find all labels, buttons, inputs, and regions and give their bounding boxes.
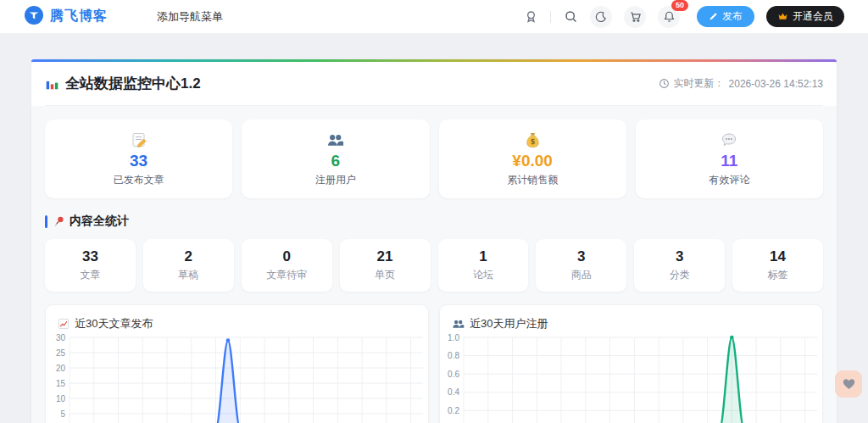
stat-card-valid-comments: 11 有效评论 — [636, 120, 823, 198]
brand-name: 腾飞博客 — [50, 8, 108, 25]
articles-line-chart: 051015202530 — [46, 331, 430, 423]
stat-cards-row: 33 已发布文章 6 注册用户 $ ¥0.00 累计销售额 — [45, 120, 823, 198]
mini-value: 0 — [282, 248, 290, 265]
mini-value: 14 — [770, 248, 786, 265]
navbar-actions: 50 发布 开通会员 — [523, 6, 844, 28]
mini-stat-products: 3商品 — [536, 239, 626, 292]
vip-button[interactable]: 开通会员 — [766, 6, 844, 27]
stat-label: 已发布文章 — [114, 173, 164, 187]
crown-icon — [777, 11, 788, 22]
pencil-icon — [709, 12, 718, 21]
chart-card-users-30d: 近30天用户注册 00.20.40.60.81.0 — [439, 304, 823, 423]
update-time: 2026-03-26 14:52:13 — [729, 78, 823, 90]
svg-text:0.2: 0.2 — [448, 406, 459, 415]
top-navbar: 腾飞博客 添加导航菜单 50 发布 开通会员 — [0, 0, 868, 34]
mini-stat-drafts: 2草稿 — [143, 239, 234, 292]
mini-stats-row: 33文章 2草稿 0文章待审 21单页 1论坛 3商品 3分类 14标签 — [45, 239, 823, 292]
realtime-update: 实时更新： 2026-03-26 14:52:13 — [659, 76, 823, 91]
users-line-chart: 00.20.40.60.81.0 — [440, 331, 824, 423]
panel-header: 全站数据监控中心1.2 实时更新： 2026-03-26 14:52:13 — [45, 62, 823, 106]
dashboard-panel: 全站数据监控中心1.2 实时更新： 2026-03-26 14:52:13 33… — [31, 59, 837, 423]
bar-chart-icon — [45, 76, 59, 91]
svg-text:0.8: 0.8 — [448, 351, 459, 360]
stat-card-total-sales: $ ¥0.00 累计销售额 — [439, 120, 626, 198]
mini-value: 33 — [82, 248, 98, 265]
stat-label: 累计销售额 — [507, 173, 558, 187]
chart-card-articles-30d: 近30天文章发布 051015202530 — [45, 304, 429, 423]
trend-up-icon — [58, 318, 70, 330]
mini-label: 标签 — [768, 268, 788, 282]
stat-value: 11 — [721, 153, 737, 170]
mini-value: 3 — [577, 248, 585, 265]
bell-icon — [663, 10, 676, 23]
mini-label: 商品 — [571, 268, 592, 282]
cart-icon — [629, 10, 642, 23]
notifications-button[interactable]: 50 — [658, 6, 680, 28]
nav-menu-item[interactable]: 添加导航菜单 — [157, 9, 223, 25]
moon-icon — [595, 11, 607, 23]
mini-stat-categories: 3分类 — [634, 239, 725, 292]
mini-label: 文章待审 — [266, 268, 307, 282]
heart-icon — [843, 378, 855, 390]
svg-text:0.4: 0.4 — [448, 387, 459, 397]
panel-body: 33 已发布文章 6 注册用户 $ ¥0.00 累计销售额 — [31, 106, 837, 423]
moneybag-icon: $ — [525, 131, 541, 149]
stat-label: 有效评论 — [709, 173, 749, 187]
publish-button[interactable]: 发布 — [697, 6, 754, 27]
clock-icon — [659, 78, 670, 89]
mini-label: 分类 — [670, 268, 690, 282]
favorite-button[interactable] — [835, 370, 862, 398]
nav-divider — [550, 11, 551, 23]
stat-card-registered-users: 6 注册用户 — [242, 120, 429, 198]
mini-stat-pages: 21单页 — [340, 239, 431, 292]
svg-text:5: 5 — [60, 409, 65, 419]
svg-text:1.0: 1.0 — [448, 333, 459, 342]
svg-text:30: 30 — [56, 333, 66, 342]
comment-icon — [721, 131, 737, 149]
mini-label: 草稿 — [178, 268, 198, 282]
medal-icon[interactable] — [523, 9, 538, 25]
section-title: 内容全统计 — [53, 214, 129, 229]
mini-value: 21 — [377, 248, 393, 265]
search-icon[interactable] — [563, 9, 578, 25]
mini-stat-forum: 1论坛 — [438, 239, 529, 292]
update-label: 实时更新： — [674, 76, 725, 91]
svg-text:0.6: 0.6 — [448, 370, 459, 379]
notification-badge: 50 — [671, 0, 688, 11]
pushpin-icon — [53, 215, 65, 227]
mini-value: 1 — [479, 248, 487, 265]
svg-text:$: $ — [530, 137, 535, 145]
stat-label: 注册用户 — [315, 173, 356, 187]
mini-stat-pending-review: 0文章待审 — [242, 239, 332, 292]
stat-value: 6 — [331, 153, 341, 170]
mini-stat-tags: 14标签 — [732, 239, 823, 292]
brand-logo[interactable]: 腾飞博客 — [24, 5, 108, 29]
page-title: 全站数据监控中心1.2 — [45, 74, 201, 93]
mini-label: 论坛 — [473, 268, 493, 282]
users-icon — [326, 131, 344, 149]
logo-icon — [24, 5, 44, 29]
users-small-icon — [452, 318, 465, 330]
mini-value: 3 — [676, 248, 683, 265]
mini-value: 2 — [185, 248, 192, 265]
svg-text:10: 10 — [56, 394, 66, 404]
chart-title: 近30天文章发布 — [46, 305, 428, 331]
mini-stat-articles: 33文章 — [45, 239, 136, 292]
mini-label: 文章 — [80, 268, 100, 282]
svg-text:20: 20 — [56, 364, 66, 373]
section-accent-bar — [45, 215, 47, 228]
memo-icon — [131, 131, 147, 149]
cart-button[interactable] — [624, 6, 646, 28]
charts-row: 近30天文章发布 051015202530 近30天用户注册 00.20.40.… — [45, 304, 823, 423]
mini-label: 单页 — [375, 268, 395, 282]
svg-text:15: 15 — [56, 379, 66, 388]
svg-text:25: 25 — [56, 348, 66, 358]
chart-title: 近30天用户注册 — [440, 305, 822, 331]
stat-value: 33 — [130, 153, 147, 170]
stat-card-published-articles: 33 已发布文章 — [45, 120, 232, 198]
dark-mode-toggle[interactable] — [590, 6, 612, 28]
stat-value: ¥0.00 — [512, 153, 553, 170]
content-stats-section-header: 内容全统计 — [45, 214, 823, 229]
